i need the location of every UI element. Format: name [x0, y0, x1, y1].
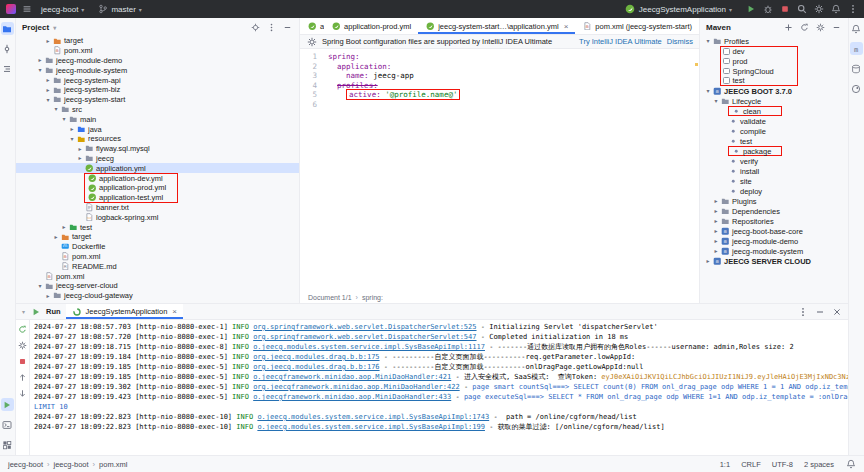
services-button[interactable] — [1, 438, 14, 451]
gear-gray-icon[interactable] — [17, 340, 28, 351]
chevron-right-icon[interactable]: ▸ — [712, 198, 720, 204]
project-tree-item[interactable]: ▾jeecg-system-start — [16, 95, 299, 105]
terminal-button[interactable] — [1, 418, 14, 431]
maven-tree-item[interactable]: ▾Profiles — [700, 36, 848, 46]
chevron-down-icon[interactable]: ▾ — [44, 97, 52, 103]
dismiss-link[interactable]: Dismiss — [667, 37, 693, 46]
project-tree-item[interactable]: mpom.xml — [16, 252, 299, 262]
chevron-right-icon[interactable]: ▸ — [36, 57, 44, 63]
chevron-down-icon[interactable]: ▾ — [712, 98, 720, 104]
editor-breadcrumb-item[interactable]: Document 1/1 — [308, 294, 352, 301]
status-widget[interactable]: 1:1 — [720, 460, 730, 469]
project-tree-item[interactable]: ▾jeecg-server-cloud — [16, 281, 299, 291]
bug-icon[interactable] — [762, 4, 773, 15]
project-tree-item[interactable]: mpom.xml — [16, 271, 299, 281]
log-link[interactable]: org.jeecg.modules.drag.b.b:176 — [253, 363, 379, 371]
chevron-right-icon[interactable]: ▸ — [712, 248, 720, 254]
maven-tree-item[interactable]: clean — [700, 106, 848, 116]
gear-gray-icon[interactable] — [815, 22, 826, 33]
maven-tool-button[interactable]: m — [850, 42, 863, 55]
editor-breadcrumb-item[interactable]: spring: — [362, 294, 383, 301]
close-icon[interactable]: × — [564, 22, 569, 31]
log-link[interactable]: o.jeecg.modules.system.service.impl.SysB… — [257, 423, 485, 431]
maven-tree-item[interactable]: verify — [700, 156, 848, 166]
log-link[interactable]: o.jeecg.modules.system.service.impl.SysB… — [253, 343, 485, 351]
log-link[interactable]: org.jeecg.modules.drag.b.b:175 — [253, 353, 379, 361]
branch-widget[interactable]: master ▾ — [93, 3, 145, 16]
project-tree-item[interactable]: <>logback-spring.xml — [16, 212, 299, 222]
maven-tree-item[interactable]: ▸Plugins — [700, 196, 848, 206]
chevron-down-icon[interactable]: ▾ — [22, 308, 25, 315]
maven-tree-item[interactable]: compile — [700, 126, 848, 136]
bell-gray-button[interactable] — [850, 22, 863, 35]
project-tree-item[interactable]: ▸flyway.sql.mysql — [16, 144, 299, 154]
chevron-right-icon[interactable]: ▸ — [44, 293, 52, 299]
chevron-right-icon[interactable]: ▸ — [60, 224, 68, 230]
log-link[interactable]: org.springframework.web.servlet.Dispatch… — [253, 323, 476, 331]
project-widget[interactable]: jeecg-boot ▾ — [37, 4, 88, 15]
hide-icon[interactable] — [814, 306, 825, 317]
chevron-down-icon[interactable]: ▾ — [52, 106, 60, 112]
status-widget[interactable]: CRLF — [741, 460, 761, 469]
chevron-right-icon[interactable]: ▸ — [712, 218, 720, 224]
run-tab[interactable]: JeecgSystemApplication × — [66, 304, 183, 319]
chevron-down-icon[interactable]: ▾ — [704, 38, 712, 44]
status-widget[interactable]: 2 spaces — [804, 460, 834, 469]
play-icon[interactable] — [745, 4, 756, 15]
bell-gray-icon[interactable] — [845, 459, 856, 470]
maven-tree-item[interactable]: ▸mjeecg-boot-base-core — [700, 226, 848, 236]
run-tool-button[interactable] — [1, 398, 14, 411]
chevron-right-icon[interactable]: ▸ — [76, 155, 84, 161]
close-icon[interactable]: × — [172, 307, 177, 316]
console-log[interactable]: 2024-07-27 18:08:57.703 [http-nio-8080-e… — [30, 320, 848, 455]
chevron-down-icon[interactable]: ▾ — [704, 88, 712, 94]
main-menu-icon[interactable] — [21, 4, 32, 15]
chevron-right-icon[interactable]: ▸ — [68, 126, 76, 132]
maven-tree-item[interactable]: site — [700, 176, 848, 186]
log-link[interactable]: o.jeecgframework.minidao.aop.MiniDaoHand… — [253, 373, 451, 381]
maven-tree-item[interactable]: package — [700, 146, 848, 156]
plus-icon[interactable] — [783, 22, 794, 33]
project-tree-item[interactable]: application-test.yml — [16, 193, 299, 203]
project-tree-item[interactable]: ▸jeecg-system-api — [16, 75, 299, 85]
project-tree-item[interactable]: MREADME.md — [16, 261, 299, 271]
chevron-right-icon[interactable]: ▸ — [52, 234, 60, 240]
chevron-right-icon[interactable]: ▸ — [712, 228, 720, 234]
maven-tree-item[interactable]: deploy — [700, 186, 848, 196]
locate-icon[interactable] — [250, 22, 261, 33]
project-tree-item[interactable]: application-dev.yml — [16, 173, 299, 183]
maven-tree-item[interactable]: test — [700, 76, 848, 86]
chevron-down-icon[interactable]: ▾ — [36, 67, 44, 73]
project-tree-item[interactable]: ▾src — [16, 105, 299, 115]
database-button[interactable] — [850, 62, 863, 75]
bell-icon[interactable] — [830, 4, 841, 15]
maven-tree-item[interactable]: ▸Repositories — [700, 216, 848, 226]
project-tree-item[interactable]: ▾main — [16, 114, 299, 124]
close-icon[interactable] — [831, 306, 842, 317]
ide-logo-icon[interactable] — [6, 4, 16, 14]
structure-button[interactable] — [1, 62, 14, 75]
maven-tree-item[interactable]: ▸mJEECG SERVER CLOUD — [700, 256, 848, 266]
maven-tree-item[interactable]: ▾Lifecycle — [700, 96, 848, 106]
editor-tab[interactable]: jeecg-system-start…\application.yml× — [418, 18, 575, 34]
stop-icon[interactable] — [779, 4, 790, 15]
project-panel-title[interactable]: Project — [22, 23, 49, 32]
up-icon[interactable] — [17, 372, 28, 383]
profile-checkbox[interactable] — [723, 68, 730, 75]
project-tree-item[interactable]: ▸target — [16, 36, 299, 46]
project-tree-item[interactable]: mpom.xml — [16, 46, 299, 56]
status-breadcrumb-item[interactable]: jeecg-boot — [54, 460, 89, 469]
project-tree-item[interactable]: Dockerfile — [16, 242, 299, 252]
log-link[interactable]: org.jeecgframework.minidao.aop.MiniDaoHa… — [253, 383, 460, 391]
project-tree-item[interactable]: application-prod.yml — [16, 183, 299, 193]
down-icon[interactable] — [17, 388, 28, 399]
editor-tab[interactable]: application-prod.yml — [324, 18, 418, 34]
log-link[interactable]: org.springframework.web.servlet.Dispatch… — [253, 333, 476, 341]
chevron-right-icon[interactable]: ▸ — [712, 238, 720, 244]
more-light-icon[interactable] — [847, 4, 858, 15]
chevron-down-icon[interactable]: ▾ — [36, 283, 44, 289]
gear-icon[interactable] — [813, 4, 824, 15]
commit-button[interactable] — [1, 42, 14, 55]
log-link[interactable]: o.jeecg.modules.system.service.impl.SysB… — [257, 413, 489, 421]
maven-tree-item[interactable]: ▸mjeecg-module-demo — [700, 236, 848, 246]
